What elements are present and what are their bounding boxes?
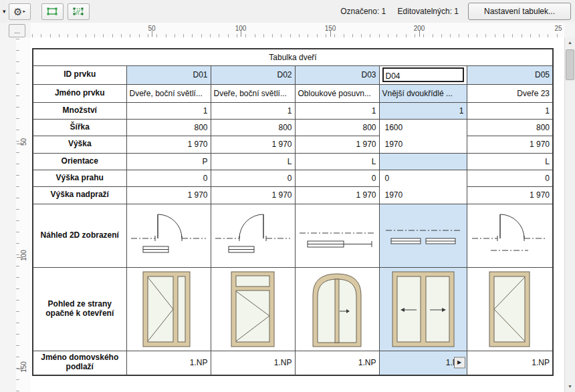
cell-floor-d01[interactable]: 1.NP xyxy=(126,351,211,375)
row-header-home-storey[interactable]: Jméno domovského podlaží xyxy=(33,351,126,375)
row-header-elevation[interactable]: Pohled ze strany opačné k otevření xyxy=(33,267,126,351)
table-settings-button[interactable]: Nastavení tabulek... xyxy=(468,3,571,20)
cell-id-d03[interactable]: D03 xyxy=(295,65,379,84)
cell-width-d03[interactable]: 800 xyxy=(295,119,379,136)
cell-qty-d04[interactable]: 1 xyxy=(379,102,467,119)
cell-id-d01[interactable]: D01 xyxy=(126,65,211,84)
cell-lintel-d02[interactable]: 1 970 xyxy=(211,186,295,204)
cell-height-d02[interactable]: 1 970 xyxy=(211,136,295,154)
table-row: Výška nadpraží 1 970 1 970 1 970 1 970 xyxy=(33,186,553,204)
editable-count-label: Editovatelných: 1 xyxy=(398,7,459,16)
ruler-mark: 25 xyxy=(554,25,562,32)
cell-elevation-d05[interactable] xyxy=(467,267,553,351)
storey-flyout-button[interactable]: ▶ xyxy=(454,357,465,369)
cell-width-d05[interactable]: 800 xyxy=(467,119,553,136)
table-row: Šířka 800 800 800 1600 1970 800 xyxy=(33,119,553,136)
scrollbar-thumb[interactable] xyxy=(566,49,574,80)
cell-name-d01[interactable]: Dveře, boční světlí... xyxy=(126,84,211,102)
table-title[interactable]: Tabulka dveří xyxy=(33,49,553,65)
row-header-lintel[interactable]: Výška nadpraží xyxy=(33,186,126,204)
cell-height-d03[interactable]: 1 970 xyxy=(295,136,379,154)
cell-orientation-d04[interactable] xyxy=(379,153,467,170)
cell-sill-lintel-d04-edit[interactable]: 0 1970 xyxy=(379,170,467,204)
cell-floor-d02[interactable]: 1.NP xyxy=(211,351,295,375)
table-row: Jméno prvku Dveře, boční světlí... Dveře… xyxy=(33,84,553,102)
gear-flyout-arrow-icon: ▸ xyxy=(23,9,26,14)
door-elevation-single-icon xyxy=(483,270,536,349)
cell-name-d05[interactable]: Dveře 23 xyxy=(467,84,553,102)
row-header-orientation[interactable]: Orientace xyxy=(33,153,126,170)
scheme-settings-button[interactable]: ⚙ ▸ xyxy=(9,3,31,20)
cell-orientation-d02[interactable]: L xyxy=(211,153,295,170)
table-row: Jméno domovského podlaží 1.NP 1.NP 1.NP … xyxy=(33,351,553,375)
scroll-up-button[interactable]: ▲ xyxy=(565,37,575,48)
cell-orientation-d03[interactable]: L xyxy=(295,153,379,170)
cell-lintel-d05[interactable]: 1 970 xyxy=(467,186,553,204)
cell-2d-d01[interactable] xyxy=(126,204,211,267)
cell-orientation-d05[interactable]: L xyxy=(467,153,553,170)
door-2d-swing-left-icon xyxy=(214,209,292,262)
cell-height-d05[interactable]: 1 970 xyxy=(467,136,553,154)
cell-lintel-d03[interactable]: 1 970 xyxy=(295,186,379,204)
row-header-name[interactable]: Jméno prvku xyxy=(33,84,126,102)
schedule-canvas[interactable]: Tabulka dveří ID prvku D01 D02 D03 D04 D… xyxy=(31,37,564,392)
cell-floor-d05[interactable]: 1.NP xyxy=(467,351,553,375)
cell-orientation-d01[interactable]: P xyxy=(126,153,211,170)
row-header-2d-preview[interactable]: Náhled 2D zobrazení xyxy=(33,204,126,267)
cell-name-d04[interactable]: Vnější dvoukřídlé ... xyxy=(379,84,467,102)
cell-sill-d03[interactable]: 0 xyxy=(295,170,379,186)
sill-edit-value[interactable]: 0 xyxy=(382,170,464,187)
select-on-plan-button[interactable] xyxy=(68,3,90,20)
cell-width-height-d04-edit[interactable]: 1600 1970 xyxy=(379,119,467,153)
height-edit-value[interactable]: 1970 xyxy=(382,136,464,153)
lintel-edit-value[interactable]: 1970 xyxy=(382,187,464,204)
panel-collapse-caret-icon[interactable]: ▾ xyxy=(3,8,6,15)
cell-sill-d01[interactable]: 0 xyxy=(126,170,211,186)
row-header-width[interactable]: Šířka xyxy=(33,119,126,136)
row-header-height[interactable]: Výška xyxy=(33,136,126,154)
cell-sill-d02[interactable]: 0 xyxy=(211,170,295,186)
row-header-id[interactable]: ID prvku xyxy=(33,65,126,84)
door-2d-swing-right-icon xyxy=(130,209,207,262)
highlight-selection-button[interactable] xyxy=(41,3,64,20)
cell-id-d05[interactable]: D05 xyxy=(467,65,553,84)
cell-2d-d05[interactable] xyxy=(467,204,553,267)
table-row: Výška 1 970 1 970 1 970 1 970 xyxy=(33,136,553,154)
cell-qty-d05[interactable]: 1 xyxy=(467,102,553,119)
cell-name-d02[interactable]: Dveře, boční světlí... xyxy=(211,84,295,102)
cell-2d-d04[interactable] xyxy=(379,204,467,267)
cell-height-d01[interactable]: 1 970 xyxy=(126,136,211,154)
table-row: Pohled ze strany opačné k otevření xyxy=(33,267,553,351)
vertical-ruler[interactable]: 50 100 150 xyxy=(16,37,31,392)
horizontal-ruler[interactable]: 50 100 150 200 25 xyxy=(31,23,564,38)
door-elevation-sidelight-icon xyxy=(138,270,199,349)
cell-elevation-d02[interactable] xyxy=(211,267,295,351)
cell-width-d01[interactable]: 800 xyxy=(126,119,211,136)
cell-qty-d03[interactable]: 1 xyxy=(295,102,379,119)
cell-width-d02[interactable]: 800 xyxy=(211,119,295,136)
ruler-corner-button[interactable]: ... xyxy=(9,24,25,37)
width-edit-value[interactable]: 1600 xyxy=(382,120,464,136)
row-header-sill[interactable]: Výška prahu xyxy=(33,170,126,186)
cell-qty-d01[interactable]: 1 xyxy=(126,102,211,119)
vertical-scrollbar[interactable]: ▲ ▼ xyxy=(564,37,575,392)
id-edit-field[interactable]: D04 xyxy=(382,67,464,82)
cell-lintel-d01[interactable]: 1 970 xyxy=(126,186,211,204)
cell-2d-d03[interactable] xyxy=(295,204,379,267)
cell-elevation-d04[interactable] xyxy=(379,267,467,351)
cell-elevation-d03[interactable] xyxy=(295,267,379,351)
cell-id-d04[interactable]: D04 xyxy=(379,65,467,84)
cell-name-d03[interactable]: Obloukové posuvn... xyxy=(295,84,379,102)
cell-qty-d02[interactable]: 1 xyxy=(211,102,295,119)
cell-sill-d05[interactable]: 0 xyxy=(467,170,553,186)
cell-2d-d02[interactable] xyxy=(211,204,295,267)
ruler-mark: 50 xyxy=(20,136,27,149)
scroll-down-button[interactable]: ▼ xyxy=(565,381,575,392)
cell-floor-d03[interactable]: 1.NP xyxy=(295,351,379,375)
cell-id-d02[interactable]: D02 xyxy=(211,65,295,84)
cell-elevation-d01[interactable] xyxy=(126,267,211,351)
row-header-qty[interactable]: Množství xyxy=(33,102,126,119)
table-row: Orientace P L L L xyxy=(33,153,553,170)
cell-floor-d04[interactable]: 1.NP ▶ xyxy=(379,351,467,375)
table-row: Výška prahu 0 0 0 0 1970 0 xyxy=(33,170,553,186)
